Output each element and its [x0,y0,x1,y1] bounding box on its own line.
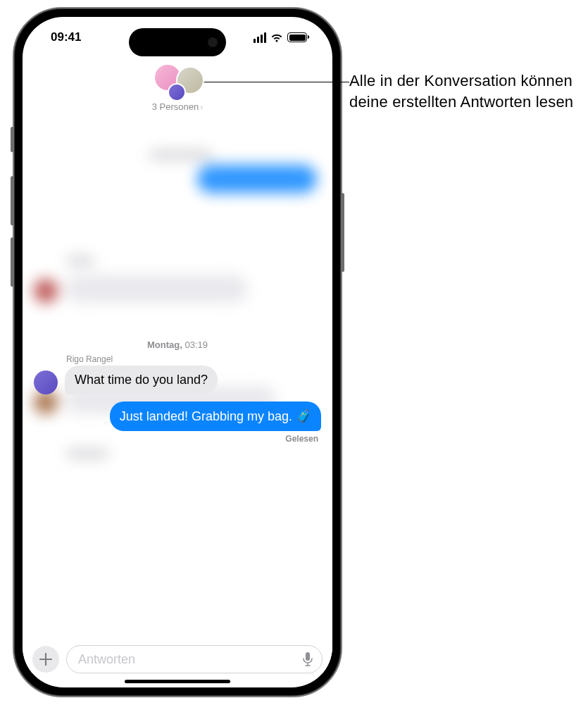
visible-messages: Montag, 03:19 Rigo Rangel What time do y… [23,334,332,444]
svg-rect-0 [306,652,310,661]
volume-down-button [11,237,14,287]
group-avatar-cluster [151,61,204,101]
mute-switch [11,127,14,152]
incoming-message-row: What time do you land? [23,366,332,394]
plus-icon [39,653,52,666]
incoming-sender-label: Rigo Rangel [66,354,332,364]
incoming-bubble[interactable]: What time do you land? [65,366,218,394]
participant-avatar-3 [168,83,186,101]
status-time: 09:41 [51,30,81,44]
read-receipt: Gelesen [23,434,332,444]
home-indicator[interactable] [125,680,230,683]
status-indicators [254,32,308,43]
conversation-scroll[interactable]: Montag, 03:19 Rigo Rangel What time do y… [23,17,332,687]
screen: 09:41 3 Personen › [23,17,332,687]
outgoing-message-row: Just landed! Grabbing my bag. 🧳 [23,401,332,431]
group-title[interactable]: 3 Personen › [152,101,204,112]
message-input-bar: Antworten [23,640,332,673]
sender-avatar[interactable] [34,370,58,394]
message-placeholder: Antworten [78,652,135,667]
volume-up-button [11,176,14,225]
chevron-right-icon: › [200,102,203,112]
callout-text: Alle in der Konversation können deine er… [349,70,582,112]
conversation-header[interactable]: 3 Personen › [23,61,332,112]
outgoing-bubble[interactable]: Just landed! Grabbing my bag. 🧳 [110,401,321,431]
timestamp-day: Montag, [147,340,182,350]
wifi-icon [270,32,283,42]
battery-icon [287,32,307,42]
dynamic-island [129,28,226,56]
dictation-icon[interactable] [302,652,313,667]
add-attachment-button[interactable] [32,646,59,673]
power-button [341,193,344,272]
message-text-field[interactable]: Antworten [66,645,323,673]
cellular-icon [254,32,267,43]
group-label: 3 Personen [152,101,199,112]
iphone-frame: 09:41 3 Personen › [13,7,342,697]
timestamp-divider: Montag, 03:19 [23,340,332,350]
timestamp-time: 03:19 [184,340,208,350]
